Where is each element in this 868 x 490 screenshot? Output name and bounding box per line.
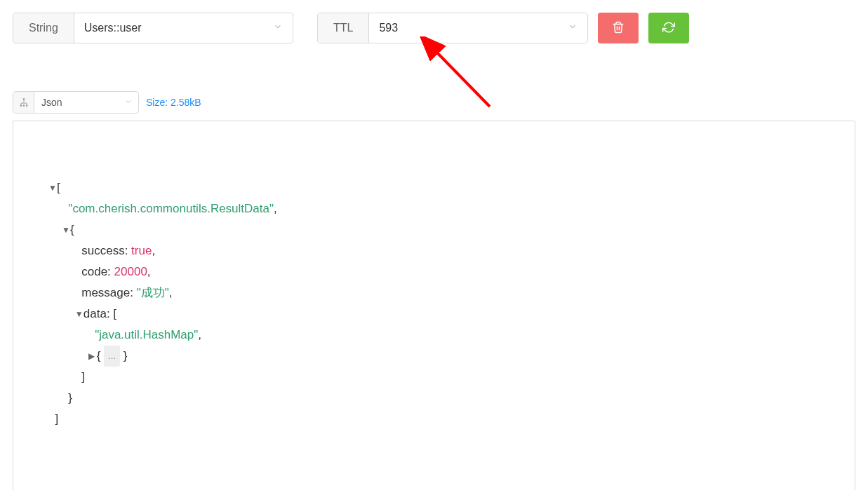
json-line: "com.cherish.commonutils.ResultData", xyxy=(48,198,841,219)
key-type-group: String Users::user xyxy=(13,13,293,43)
ttl-label: TTL xyxy=(318,13,369,43)
type-label: String xyxy=(13,13,74,43)
svg-rect-3 xyxy=(22,105,24,107)
trash-icon xyxy=(612,21,625,36)
svg-rect-4 xyxy=(25,105,27,107)
refresh-button[interactable] xyxy=(648,13,689,43)
json-line: ] xyxy=(48,367,841,388)
chevron-down-icon xyxy=(568,22,577,34)
json-line: "java.util.HashMap", xyxy=(48,325,841,346)
viewer-bar: Json Size: 2.58kB xyxy=(0,43,868,118)
key-toolbar: String Users::user TTL 593 xyxy=(0,0,868,43)
caret-down-icon[interactable]: ▼ xyxy=(75,304,84,325)
json-line: success: true, xyxy=(48,240,841,261)
json-line: ] xyxy=(48,409,841,430)
svg-rect-1 xyxy=(22,98,24,100)
ellipsis-badge[interactable]: ... xyxy=(104,346,120,367)
json-line: } xyxy=(48,388,841,409)
key-value: Users::user xyxy=(84,22,142,34)
json-viewer[interactable]: ▼[ "com.cherish.commonutils.ResultData",… xyxy=(13,121,855,490)
delete-button[interactable] xyxy=(598,13,639,43)
view-mode-label: Json xyxy=(34,97,124,108)
caret-down-icon[interactable]: ▼ xyxy=(62,219,70,240)
chevron-down-icon xyxy=(124,97,138,108)
svg-rect-2 xyxy=(20,105,21,107)
json-line: ▼{ xyxy=(48,219,841,240)
ttl-group: TTL 593 xyxy=(317,13,588,43)
view-mode-select[interactable]: Json xyxy=(13,91,139,114)
ttl-value: 593 xyxy=(379,22,398,34)
json-line: code: 20000, xyxy=(48,261,841,283)
json-line: ▼[ xyxy=(48,177,841,198)
json-line: message: "成功", xyxy=(48,283,841,304)
chevron-down-icon xyxy=(273,22,283,34)
key-select[interactable]: Users::user xyxy=(74,13,293,43)
size-label: Size: 2.58kB xyxy=(146,97,201,108)
ttl-select[interactable]: 593 xyxy=(369,13,587,43)
caret-down-icon[interactable]: ▼ xyxy=(48,177,57,198)
refresh-icon xyxy=(662,21,675,36)
json-line: ▼data: [ xyxy=(48,304,841,325)
caret-right-icon[interactable]: ▶ xyxy=(88,346,97,367)
tree-icon xyxy=(13,92,34,113)
json-line: ▶{ ... } xyxy=(48,346,841,367)
